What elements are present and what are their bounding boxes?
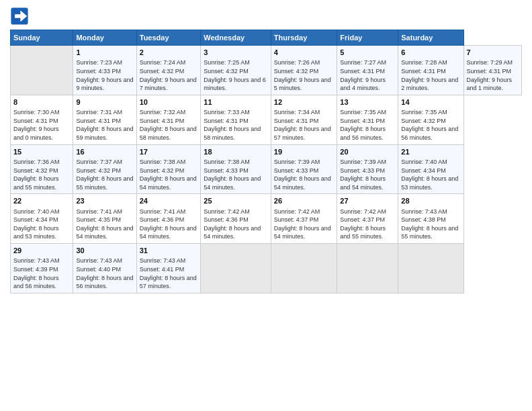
- header: [10, 7, 522, 26]
- logo: [10, 7, 32, 26]
- calendar-header: SundayMondayTuesdayWednesdayThursdayFrid…: [11, 30, 522, 46]
- day-cell-1: 1Sunrise: 7:23 AMSunset: 4:33 PMDaylight…: [73, 46, 136, 95]
- day-cell-12: 12Sunrise: 7:34 AMSunset: 4:31 PMDayligh…: [271, 95, 337, 144]
- calendar-table: SundayMondayTuesdayWednesdayThursdayFrid…: [10, 30, 522, 293]
- day-cell-10: 10Sunrise: 7:32 AMSunset: 4:31 PMDayligh…: [136, 95, 201, 144]
- day-cell-21: 21Sunrise: 7:40 AMSunset: 4:34 PMDayligh…: [398, 144, 463, 194]
- page-container: SundayMondayTuesdayWednesdayThursdayFrid…: [0, 0, 532, 297]
- day-cell-2: 2Sunrise: 7:24 AMSunset: 4:32 PMDaylight…: [136, 46, 201, 95]
- calendar-week-5: 29Sunrise: 7:43 AMSunset: 4:39 PMDayligh…: [11, 244, 522, 293]
- empty-cell: [201, 244, 271, 293]
- logo-icon: [10, 7, 29, 26]
- column-header-sunday: Sunday: [11, 30, 73, 46]
- empty-cell: [271, 244, 337, 293]
- empty-cell: [11, 46, 73, 95]
- day-cell-16: 16Sunrise: 7:37 AMSunset: 4:32 PMDayligh…: [73, 144, 136, 194]
- day-cell-15: 15Sunrise: 7:36 AMSunset: 4:32 PMDayligh…: [11, 144, 73, 194]
- calendar-week-1: 1Sunrise: 7:23 AMSunset: 4:33 PMDaylight…: [11, 46, 522, 95]
- column-header-thursday: Thursday: [271, 30, 337, 46]
- calendar-body: 1Sunrise: 7:23 AMSunset: 4:33 PMDaylight…: [11, 46, 522, 293]
- column-header-friday: Friday: [337, 30, 398, 46]
- day-cell-22: 22Sunrise: 7:40 AMSunset: 4:34 PMDayligh…: [11, 194, 73, 244]
- day-cell-30: 30Sunrise: 7:43 AMSunset: 4:40 PMDayligh…: [73, 244, 136, 293]
- day-cell-8: 8Sunrise: 7:30 AMSunset: 4:31 PMDaylight…: [11, 95, 73, 144]
- calendar-week-3: 15Sunrise: 7:36 AMSunset: 4:32 PMDayligh…: [11, 144, 522, 194]
- day-cell-26: 26Sunrise: 7:42 AMSunset: 4:37 PMDayligh…: [271, 194, 337, 244]
- day-cell-3: 3Sunrise: 7:25 AMSunset: 4:32 PMDaylight…: [201, 46, 271, 95]
- calendar-week-2: 8Sunrise: 7:30 AMSunset: 4:31 PMDaylight…: [11, 95, 522, 144]
- day-cell-6: 6Sunrise: 7:28 AMSunset: 4:31 PMDaylight…: [398, 46, 463, 95]
- day-cell-19: 19Sunrise: 7:39 AMSunset: 4:33 PMDayligh…: [271, 144, 337, 194]
- day-cell-31: 31Sunrise: 7:43 AMSunset: 4:41 PMDayligh…: [136, 244, 201, 293]
- day-cell-28: 28Sunrise: 7:43 AMSunset: 4:38 PMDayligh…: [398, 194, 463, 244]
- day-cell-5: 5Sunrise: 7:27 AMSunset: 4:31 PMDaylight…: [337, 46, 398, 95]
- day-cell-7: 7Sunrise: 7:29 AMSunset: 4:31 PMDaylight…: [463, 46, 521, 95]
- day-cell-18: 18Sunrise: 7:38 AMSunset: 4:33 PMDayligh…: [201, 144, 271, 194]
- day-cell-29: 29Sunrise: 7:43 AMSunset: 4:39 PMDayligh…: [11, 244, 73, 293]
- column-header-monday: Monday: [73, 30, 136, 46]
- day-cell-4: 4Sunrise: 7:26 AMSunset: 4:32 PMDaylight…: [271, 46, 337, 95]
- column-header-wednesday: Wednesday: [201, 30, 271, 46]
- empty-cell: [398, 244, 463, 293]
- day-cell-24: 24Sunrise: 7:41 AMSunset: 4:36 PMDayligh…: [136, 194, 201, 244]
- day-cell-17: 17Sunrise: 7:38 AMSunset: 4:32 PMDayligh…: [136, 144, 201, 194]
- empty-cell: [337, 244, 398, 293]
- calendar-week-4: 22Sunrise: 7:40 AMSunset: 4:34 PMDayligh…: [11, 194, 522, 244]
- day-cell-20: 20Sunrise: 7:39 AMSunset: 4:33 PMDayligh…: [337, 144, 398, 194]
- day-cell-14: 14Sunrise: 7:35 AMSunset: 4:32 PMDayligh…: [398, 95, 463, 144]
- day-cell-9: 9Sunrise: 7:31 AMSunset: 4:31 PMDaylight…: [73, 95, 136, 144]
- column-header-tuesday: Tuesday: [136, 30, 201, 46]
- day-cell-11: 11Sunrise: 7:33 AMSunset: 4:31 PMDayligh…: [201, 95, 271, 144]
- day-cell-23: 23Sunrise: 7:41 AMSunset: 4:35 PMDayligh…: [73, 194, 136, 244]
- day-cell-25: 25Sunrise: 7:42 AMSunset: 4:36 PMDayligh…: [201, 194, 271, 244]
- day-cell-13: 13Sunrise: 7:35 AMSunset: 4:31 PMDayligh…: [337, 95, 398, 144]
- column-header-saturday: Saturday: [398, 30, 463, 46]
- day-cell-27: 27Sunrise: 7:42 AMSunset: 4:37 PMDayligh…: [337, 194, 398, 244]
